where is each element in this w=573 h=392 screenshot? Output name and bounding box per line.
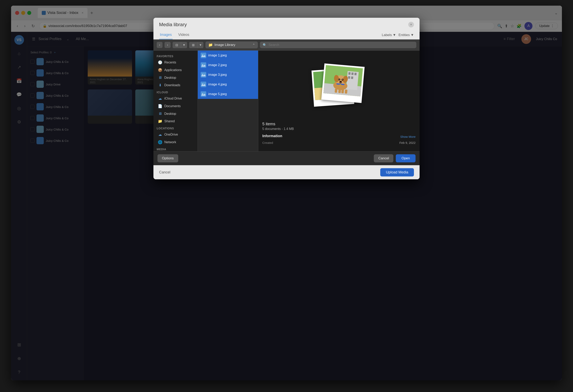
svg-rect-35 bbox=[341, 89, 344, 93]
finder-item-network[interactable]: 🌐 Network bbox=[155, 138, 196, 146]
icloud-drive-icon: ☁ bbox=[158, 96, 162, 101]
file-thumbnail-1 bbox=[201, 52, 206, 58]
finder-item-documents[interactable]: 📄 Documents bbox=[155, 102, 196, 110]
favorites-label: Favorites bbox=[153, 53, 197, 59]
preview-info: 5 items 5 documents - 1.4 MB Information… bbox=[262, 120, 415, 147]
svg-rect-17 bbox=[348, 72, 351, 75]
downloads-icon: ⬇ bbox=[158, 83, 162, 87]
finder-item-downloads[interactable]: ⬇ Downloads bbox=[155, 81, 196, 89]
recents-icon: 🕐 bbox=[158, 60, 162, 65]
file-thumbnail-2 bbox=[201, 62, 206, 68]
file-name-4: image 4.jpeg bbox=[208, 83, 227, 86]
created-label: Created bbox=[262, 141, 273, 144]
svg-rect-18 bbox=[351, 72, 354, 75]
file-thumbnail-5 bbox=[201, 91, 206, 97]
entities-button[interactable]: Entities ▼ bbox=[398, 31, 414, 39]
footer-left: Options bbox=[158, 154, 178, 162]
svg-rect-33 bbox=[335, 88, 338, 93]
icloud-desktop-icon: 🖥 bbox=[158, 112, 162, 116]
view-dropdown-button[interactable]: ▼ bbox=[181, 42, 187, 48]
items-count: 5 items bbox=[262, 122, 415, 126]
desktop-label: Desktop bbox=[164, 76, 176, 80]
file-name-5: image 5.jpeg bbox=[208, 92, 227, 96]
finder-item-icloud-desktop[interactable]: 🖥 Desktop bbox=[155, 110, 196, 118]
upload-media-button[interactable]: Upload Media bbox=[380, 168, 414, 176]
svg-point-5 bbox=[202, 74, 203, 75]
svg-point-3 bbox=[202, 64, 203, 65]
modal-close-button[interactable]: × bbox=[408, 22, 414, 27]
documents-icon: 📄 bbox=[158, 104, 162, 108]
svg-rect-19 bbox=[355, 72, 357, 75]
file-picker-footer: Options Cancel Open bbox=[153, 151, 420, 165]
footer-right: Cancel Open bbox=[374, 154, 415, 162]
show-more-link[interactable]: Show More bbox=[400, 135, 415, 138]
finder-item-icloud-drive[interactable]: ☁ iCloud Drive bbox=[155, 95, 196, 102]
labels-button[interactable]: Labels ▼ bbox=[382, 31, 396, 39]
finder-sidebar: Favorites 🕐 Recents 📦 Applications 🖥 Des… bbox=[153, 51, 198, 151]
svg-rect-21 bbox=[351, 76, 353, 79]
media-label: Media bbox=[153, 146, 197, 151]
polaroid-stack bbox=[313, 65, 365, 109]
finder-item-onedrive[interactable]: ☁ OneDrive bbox=[155, 131, 196, 138]
open-button[interactable]: Open bbox=[396, 154, 415, 162]
preview-panel: 5 items 5 documents - 1.4 MB Information… bbox=[258, 51, 420, 151]
column-view-button[interactable]: ⊟ bbox=[173, 42, 181, 48]
search-input[interactable] bbox=[268, 43, 413, 47]
network-icon: 🌐 bbox=[158, 140, 162, 144]
created-row: Created Feb 9, 2022 bbox=[262, 141, 415, 144]
browser-window: Vista Social - Inbox × + ⌄ ‹ › ↻ 🔒 vista… bbox=[11, 6, 562, 380]
back-nav-button[interactable]: ‹ bbox=[157, 42, 162, 48]
svg-point-7 bbox=[202, 84, 203, 85]
onedrive-label: OneDrive bbox=[164, 133, 178, 136]
icloud-drive-label: iCloud Drive bbox=[164, 97, 182, 100]
file-item-2[interactable]: image 2.jpeg bbox=[198, 60, 258, 70]
modal-header: Media library × Images Videos Labels ▼ E… bbox=[153, 18, 420, 39]
file-item-4[interactable]: image 4.jpeg bbox=[198, 80, 258, 89]
locations-label: Locations bbox=[153, 125, 197, 131]
tab-videos[interactable]: Videos bbox=[178, 31, 190, 39]
modal-cancel-button[interactable]: Cancel bbox=[159, 170, 170, 174]
tab-images[interactable]: Images bbox=[159, 31, 173, 39]
file-item-1[interactable]: image 1.jpeg bbox=[198, 51, 258, 60]
file-name-2: image 2.jpeg bbox=[208, 63, 227, 67]
modal-title-text: Media library bbox=[159, 22, 187, 27]
svg-rect-34 bbox=[338, 89, 341, 93]
file-picker-body: Favorites 🕐 Recents 📦 Applications 🖥 Des… bbox=[153, 51, 420, 151]
applications-icon: 📦 bbox=[158, 68, 162, 72]
file-picker-toolbar: ‹ › ⊟ ▼ ⊞ ▼ 📁 Image Library ⌃ 🔍 bbox=[153, 39, 420, 51]
file-picker: ‹ › ⊟ ▼ ⊞ ▼ 📁 Image Library ⌃ 🔍 bbox=[153, 39, 420, 165]
location-label: Image Library bbox=[214, 43, 235, 47]
file-thumbnail-3 bbox=[201, 72, 206, 78]
modal-filters: Labels ▼ Entities ▼ bbox=[382, 31, 414, 39]
grid-dropdown-button[interactable]: ▼ bbox=[197, 42, 204, 48]
downloads-label: Downloads bbox=[164, 83, 180, 87]
file-item-3[interactable]: image 3.jpeg bbox=[198, 70, 258, 80]
finder-item-desktop[interactable]: 🖥 Desktop bbox=[155, 74, 196, 81]
icloud-label: iCloud bbox=[153, 89, 197, 95]
polaroid-front bbox=[321, 63, 365, 103]
modal-title-row: Media library × bbox=[159, 22, 414, 27]
svg-rect-20 bbox=[348, 76, 350, 79]
location-chevron-icon: ⌃ bbox=[252, 43, 255, 47]
options-button[interactable]: Options bbox=[158, 154, 178, 162]
picker-cancel-button[interactable]: Cancel bbox=[374, 154, 393, 162]
finder-item-recents[interactable]: 🕐 Recents bbox=[155, 59, 196, 66]
recents-label: Recents bbox=[164, 61, 176, 64]
location-picker[interactable]: 📁 Image Library ⌃ bbox=[205, 41, 258, 48]
file-list: image 1.jpeg image 2.jpeg bbox=[198, 51, 258, 151]
search-icon: 🔍 bbox=[263, 43, 267, 47]
documents-label: Documents bbox=[164, 104, 181, 108]
svg-point-9 bbox=[202, 93, 203, 94]
forward-nav-button[interactable]: › bbox=[164, 42, 170, 48]
file-thumbnail-4 bbox=[201, 82, 206, 87]
created-value: Feb 9, 2022 bbox=[399, 141, 415, 144]
view-toggle: ⊟ ▼ bbox=[173, 42, 187, 48]
finder-item-shared[interactable]: 📁 Shared bbox=[155, 118, 196, 125]
grid-view-button[interactable]: ⊞ bbox=[189, 42, 197, 48]
modal-tabs: Images Videos Labels ▼ Entities ▼ bbox=[159, 31, 414, 39]
finder-item-applications[interactable]: 📦 Applications bbox=[155, 66, 196, 74]
svg-point-1 bbox=[202, 55, 203, 55]
grid-toggle: ⊞ ▼ bbox=[189, 42, 204, 48]
file-item-5[interactable]: image 5.jpeg bbox=[198, 89, 258, 99]
applications-label: Applications bbox=[164, 68, 182, 72]
